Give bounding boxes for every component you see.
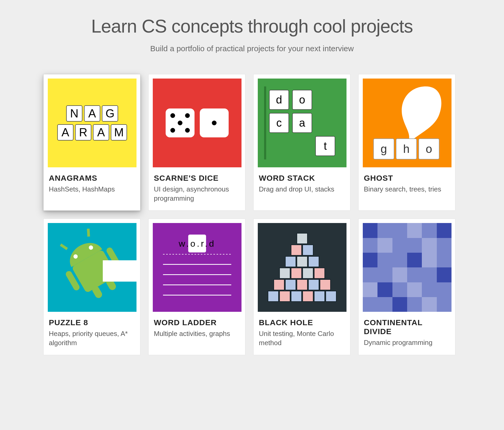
project-thumb-anagrams: NAGARAM (48, 79, 136, 167)
page-subtitle: Build a portfolio of practical projects … (0, 44, 504, 53)
project-card-ghost[interactable]: ghoGHOSTBinary search, trees, tries (358, 74, 455, 211)
project-thumb-word-ladder: w.o.r.d (153, 223, 242, 312)
project-card-scarnes-dice[interactable]: SCARNE'S DICEUI design, asynchronous pro… (148, 74, 245, 211)
project-title: BLACK HOLE (259, 318, 345, 327)
project-card-word-ladder[interactable]: w.o.r.dWORD LADDERMultiple activities, g… (148, 219, 245, 355)
project-thumb-ghost: gho (363, 79, 452, 167)
project-card-word-stack[interactable]: docatWORD STACKDrag and drop UI, stacks (253, 74, 350, 211)
project-thumb-black-hole (258, 223, 346, 312)
project-title: GHOST (364, 174, 450, 183)
project-subtitle: HashSets, HashMaps (49, 185, 135, 194)
project-thumb-puzzle-8 (48, 223, 136, 312)
project-title: WORD LADDER (154, 318, 240, 327)
project-subtitle: Unit testing, Monte Carlo method (259, 329, 345, 348)
project-subtitle: Drag and drop UI, stacks (259, 185, 345, 194)
project-title: CONTINENTAL DIVIDE (364, 318, 450, 336)
project-card-anagrams[interactable]: NAGARAMANAGRAMSHashSets, HashMaps (43, 74, 140, 211)
svg-line-7 (61, 243, 67, 251)
project-title: ANAGRAMS (49, 174, 135, 183)
page-title: Learn CS concepts through cool projects (0, 16, 504, 37)
project-thumb-word-stack: docat (258, 79, 346, 167)
project-card-black-hole[interactable]: BLACK HOLEUnit testing, Monte Carlo meth… (253, 219, 350, 355)
project-title: SCARNE'S DICE (154, 174, 240, 183)
hero: Learn CS concepts through cool projects … (0, 16, 504, 53)
project-grid: NAGARAMANAGRAMSHashSets, HashMapsSCARNE'… (43, 74, 461, 355)
svg-rect-9 (103, 260, 136, 282)
ghost-icon (394, 84, 444, 147)
project-thumb-continental-divide (363, 223, 452, 312)
android-icon (48, 223, 136, 312)
svg-line-8 (85, 229, 92, 237)
project-subtitle: Multiple activities, graphs (154, 329, 240, 338)
project-subtitle: Dynamic programming (364, 338, 450, 347)
project-title: PUZZLE 8 (49, 318, 135, 327)
project-subtitle: Binary search, trees, tries (364, 185, 450, 194)
project-subtitle: Heaps, priority queues, A* algorithm (49, 329, 135, 348)
project-thumb-scarnes-dice (153, 79, 242, 167)
project-card-puzzle-8[interactable]: PUZZLE 8Heaps, priority queues, A* algor… (43, 219, 140, 355)
project-card-continental-divide[interactable]: CONTINENTAL DIVIDEDynamic programming (358, 219, 455, 355)
project-subtitle: UI design, asynchronous programming (154, 185, 240, 203)
project-title: WORD STACK (259, 174, 345, 183)
